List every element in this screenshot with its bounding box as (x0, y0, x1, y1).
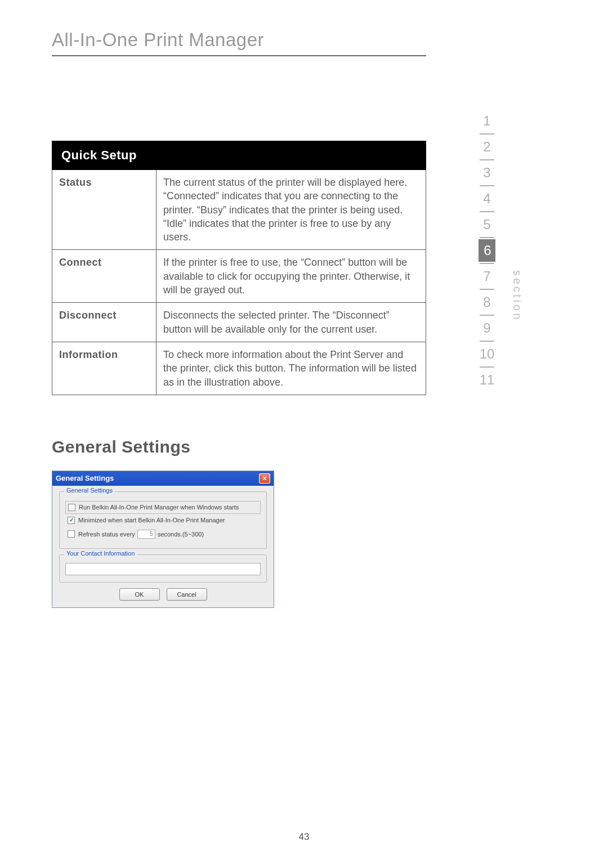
close-icon[interactable]: × (259, 473, 270, 484)
fieldset-general: General Settings Run Belkin All-In-One P… (59, 491, 267, 549)
page-content: All-In-One Print Manager Quick Setup Sta… (52, 29, 426, 608)
fieldset-legend-general: General Settings (64, 487, 115, 494)
checkbox-icon[interactable]: ✓ (68, 517, 75, 524)
section-nav-item[interactable]: 9 (478, 317, 496, 339)
checkbox-icon[interactable] (68, 530, 75, 538)
section-nav-item[interactable]: 3 (478, 162, 496, 184)
nav-divider (480, 133, 494, 135)
option-run-on-start[interactable]: Run Belkin All-In-One Print Manager when… (65, 501, 261, 514)
section-nav-item[interactable]: 1 (478, 110, 496, 132)
nav-divider (480, 211, 494, 212)
table-header: Quick Setup (52, 141, 426, 170)
dialog-titlebar: General Settings × (52, 471, 274, 486)
cancel-button[interactable]: Cancel (167, 588, 207, 601)
dialog-title: General Settings (56, 474, 114, 482)
nav-divider (480, 159, 494, 160)
section-nav-item[interactable]: 4 (478, 187, 496, 210)
section-nav-item[interactable]: 2 (478, 136, 496, 158)
option-refresh-pre: Refresh status every (78, 531, 135, 538)
row-desc-information: To check more information about the Prin… (157, 342, 426, 395)
row-label-information: Information (52, 342, 157, 395)
option-refresh[interactable]: Refresh status every 5 seconds.(5~300) (65, 527, 261, 542)
general-settings-dialog: General Settings × General Settings Run … (52, 471, 274, 608)
nav-divider (480, 237, 494, 238)
page-number: 43 (0, 831, 608, 843)
table-row: Status The current status of the printer… (52, 170, 426, 250)
section-nav-item[interactable]: 8 (478, 291, 496, 314)
nav-divider (480, 315, 494, 316)
page-title: All-In-One Print Manager (52, 29, 426, 56)
row-label-connect: Connect (52, 250, 157, 303)
table-row: Disconnect Disconnects the selected prin… (52, 303, 426, 342)
row-label-disconnect: Disconnect (52, 303, 157, 342)
refresh-seconds-input[interactable]: 5 (137, 530, 155, 539)
fieldset-legend-contact: Your Contact Information (64, 550, 137, 557)
nav-divider (480, 366, 494, 368)
quick-setup-table-wrap: Quick Setup Status The current status of… (52, 141, 426, 395)
section-nav-item[interactable]: 6 (479, 239, 497, 262)
table-row: Information To check more information ab… (52, 342, 426, 395)
section-nav-item[interactable]: 11 (478, 369, 496, 391)
option-refresh-post: seconds.(5~300) (158, 531, 204, 538)
option-run-label: Run Belkin All-In-One Print Manager when… (79, 504, 239, 511)
nav-divider (480, 341, 494, 342)
row-desc-connect: If the printer is free to use, the “Conn… (157, 250, 426, 303)
section-heading-general-settings: General Settings (52, 437, 426, 457)
option-minimized[interactable]: ✓ Minimized when start Belkin All-In-One… (65, 514, 261, 527)
section-nav-item[interactable]: 7 (478, 265, 496, 288)
section-nav: 1234567891011 (473, 110, 501, 391)
section-nav-item[interactable]: 5 (478, 213, 496, 236)
fieldset-contact: Your Contact Information (59, 554, 267, 583)
section-nav-item[interactable]: 10 (478, 343, 496, 365)
checkbox-icon[interactable] (68, 504, 75, 511)
row-desc-disconnect: Disconnects the selected printer. The “D… (157, 303, 426, 342)
section-label: section (511, 270, 524, 321)
option-min-label: Minimized when start Belkin All-In-One P… (78, 517, 225, 524)
dialog-body: General Settings Run Belkin All-In-One P… (52, 486, 274, 607)
ok-button[interactable]: OK (119, 588, 160, 601)
row-label-status: Status (52, 170, 157, 250)
nav-divider (480, 185, 494, 186)
contact-info-input[interactable] (65, 563, 261, 575)
nav-divider (480, 289, 494, 290)
nav-divider (480, 263, 494, 264)
quick-setup-table: Quick Setup Status The current status of… (52, 141, 426, 395)
dialog-buttons: OK Cancel (59, 588, 267, 601)
table-row: Connect If the printer is free to use, t… (52, 250, 426, 303)
row-desc-status: The current status of the printer will b… (157, 170, 426, 250)
